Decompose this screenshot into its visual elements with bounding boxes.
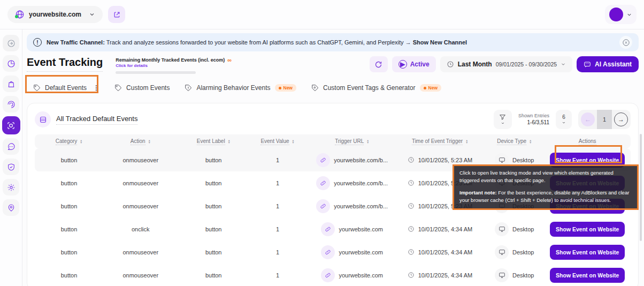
shown-entries-label: Shown Entries xyxy=(518,113,549,119)
sort-icon[interactable]: ▲▼ xyxy=(148,139,151,144)
tab-default-events[interactable]: Default Events ⋮ xyxy=(33,84,99,92)
tracking-status-button[interactable]: ▶ Active xyxy=(392,56,436,72)
link-icon[interactable] xyxy=(321,268,335,282)
cell-actions: Show Event on Website xyxy=(547,199,627,214)
current-page[interactable]: 1 xyxy=(597,110,612,129)
cell-trigger-url: yourwebsite.com/b... xyxy=(306,176,398,190)
sort-icon[interactable]: ▲▼ xyxy=(80,139,82,144)
period-label: Last Month xyxy=(458,61,492,68)
column-header[interactable]: Device Type▲▼ xyxy=(481,138,547,145)
column-header[interactable]: Action▲▼ xyxy=(103,138,178,145)
quota-details-link[interactable]: Click for details xyxy=(116,63,232,68)
column-header[interactable]: Trigger URL▲▼ xyxy=(306,138,398,145)
tag-alert-icon xyxy=(185,84,192,92)
cell-category: button xyxy=(35,226,103,232)
column-header[interactable]: Actions▲▼ xyxy=(547,138,627,145)
link-icon[interactable] xyxy=(316,199,330,213)
refresh-button[interactable] xyxy=(370,56,388,72)
tab-label: Custom Event Tags & Generator xyxy=(323,84,416,92)
tab-custom-event-tags-generator[interactable]: Custom Event Tags & Generator New xyxy=(311,84,441,92)
cell-event-value: 1 xyxy=(249,249,306,255)
cell-category: button xyxy=(35,157,103,163)
website-name: yourwebsite.com xyxy=(29,11,81,18)
monitor-icon xyxy=(495,176,509,190)
infinity-icon: ∞ xyxy=(227,57,232,63)
filter-button[interactable] xyxy=(494,110,512,129)
table-row: button onmouseover button 1 yourwebsite.… xyxy=(35,194,631,217)
open-website-button[interactable] xyxy=(108,6,125,23)
globe-icon xyxy=(15,10,25,19)
banner-close-button[interactable] xyxy=(619,36,632,49)
sidebar-item-feedback[interactable] xyxy=(3,138,19,155)
cell-device-type: Desktop xyxy=(481,245,547,259)
vertical-scrollbar[interactable] xyxy=(640,134,642,241)
sidebar-item-sessions[interactable] xyxy=(3,96,19,112)
show-event-on-website-button[interactable]: Show Event on Website xyxy=(550,199,625,214)
show-event-on-website-button[interactable]: Show Event on Website xyxy=(550,153,625,168)
date-range-selector[interactable]: Last Month 09/01/2025 - 09/30/2025 xyxy=(440,56,572,72)
tracking-status-label: Active xyxy=(410,61,430,68)
user-menu[interactable] xyxy=(605,5,637,24)
tab-menu-dots[interactable]: ⋮ xyxy=(93,84,99,92)
table-row: button onmouseover button 1 yourwebsite.… xyxy=(35,148,631,171)
next-page-button[interactable]: → xyxy=(614,112,628,126)
cell-trigger-url: yourwebsite.com xyxy=(306,222,398,236)
collapse-sidebar-icon[interactable] xyxy=(3,35,19,51)
clock-icon xyxy=(408,272,415,279)
sidebar-item-visitors[interactable] xyxy=(3,199,19,216)
show-new-channel-link[interactable]: Show New Channel xyxy=(413,39,467,46)
link-icon[interactable] xyxy=(321,245,335,259)
cell-device-type: Desktop xyxy=(481,153,547,167)
link-icon[interactable] xyxy=(316,153,330,167)
sort-icon[interactable]: ▲▼ xyxy=(292,139,295,144)
tab-label: Custom Events xyxy=(126,84,170,92)
location-pin-icon xyxy=(7,204,16,212)
banner-text: New Traffic Channel: Track and analyze s… xyxy=(47,39,467,46)
link-icon[interactable] xyxy=(321,222,335,236)
sidebar-item-event-tracking[interactable] xyxy=(2,116,20,134)
column-header[interactable]: Event Value▲▼ xyxy=(249,138,306,145)
funnel-icon xyxy=(499,114,506,121)
ai-assistant-button[interactable]: AI Assistant xyxy=(577,56,639,72)
show-event-on-website-button[interactable]: Show Event on Website xyxy=(550,245,625,260)
tab-alarming-behavior-events[interactable]: Alarming Behavior Events New xyxy=(185,84,296,92)
main-content: ! New Traffic Channel: Track and analyze… xyxy=(22,29,644,286)
sidebar-item-ecommerce[interactable] xyxy=(3,76,19,92)
chevron-down-icon xyxy=(501,121,505,125)
cell-category: button xyxy=(35,249,103,255)
banner-body: Track and analyze sessions forwarded to … xyxy=(105,39,413,46)
column-header[interactable]: Category▲▼ xyxy=(35,138,103,145)
sort-icon[interactable]: ▲▼ xyxy=(228,139,231,144)
sidebar-item-settings[interactable] xyxy=(3,179,19,195)
link-icon[interactable] xyxy=(316,176,330,190)
monitor-icon xyxy=(495,199,509,213)
sort-icon[interactable]: ▲▼ xyxy=(366,139,369,144)
website-selector[interactable]: yourwebsite.com xyxy=(7,6,103,23)
cell-category: button xyxy=(35,203,103,209)
sort-icon[interactable]: ▲▼ xyxy=(529,139,532,144)
table-icon xyxy=(35,111,51,127)
column-header[interactable]: Event Label▲▼ xyxy=(178,138,249,145)
shopping-bag-icon xyxy=(7,80,16,88)
date-range-value: 09/01/2025 - 09/30/2025 xyxy=(496,61,557,67)
close-icon xyxy=(622,39,630,47)
chevron-down-icon xyxy=(561,62,566,67)
sidebar-item-privacy[interactable] xyxy=(3,159,19,175)
show-event-on-website-button[interactable]: Show Event on Website xyxy=(550,222,625,237)
page-size-selector[interactable]: 6 xyxy=(556,110,572,129)
page-size-value: 6 xyxy=(562,114,565,120)
cell-event-value: 1 xyxy=(249,226,306,232)
previous-page-button[interactable]: ← xyxy=(581,112,595,126)
table-row: button onclick button 1 yourwebsite.com xyxy=(35,217,631,240)
cell-event-label: button xyxy=(178,180,249,186)
show-event-on-website-button[interactable]: Show Event on Website xyxy=(550,268,625,283)
show-event-on-website-button[interactable]: Show Event on Website xyxy=(550,176,625,191)
pie-chart-icon xyxy=(7,59,16,68)
tab-label: Default Events xyxy=(45,84,87,92)
sidebar-item-analytics[interactable] xyxy=(3,55,19,72)
cell-device-type: Desktop xyxy=(481,222,547,236)
tab-custom-events[interactable]: Custom Events xyxy=(114,84,170,92)
sort-icon[interactable]: ▲▼ xyxy=(465,139,468,144)
pagination: ← 1 → xyxy=(578,110,631,129)
column-header[interactable]: Time of Event Trigger▲▼ xyxy=(398,138,482,145)
